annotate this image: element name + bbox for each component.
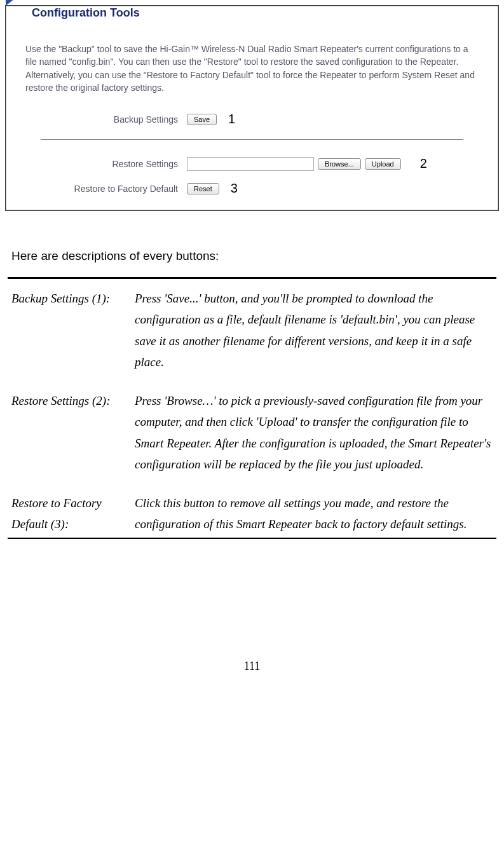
config-panel-outer: Configuration Tools Use the "Backup" too… [5, 5, 499, 211]
row-restore: Restore Settings Browse... Upload 2 [24, 151, 480, 176]
panel-description: Use the "Backup" tool to save the Hi-Gai… [6, 20, 498, 100]
annotation-2: 2 [420, 156, 427, 171]
config-panel-inner: Configuration Tools Use the "Backup" too… [6, 6, 498, 210]
save-button[interactable]: Save [187, 114, 217, 125]
desc-row-backup: Backup Settings (1): Press 'Save...' but… [8, 279, 496, 381]
desc-title-restore: Restore Settings (2): [8, 390, 135, 475]
browse-button[interactable]: Browse... [318, 158, 361, 170]
annotation-1: 1 [228, 112, 235, 126]
descriptions-heading: Here are descriptions of every buttons: [11, 249, 493, 263]
desc-title-factory: Restore to Factory Default (3): [8, 493, 135, 535]
file-path-input[interactable] [187, 157, 314, 171]
reset-button[interactable]: Reset [187, 183, 219, 194]
desc-body-factory: Click this button to remove all settings… [135, 493, 496, 535]
row-backup: Backup Settings Save 1 [24, 107, 480, 132]
label-factory: Restore to Factory Default [24, 184, 187, 194]
label-restore: Restore Settings [24, 159, 187, 169]
descriptions-block: Backup Settings (1): Press 'Save...' but… [8, 277, 496, 539]
page-number: 111 [5, 660, 499, 673]
label-backup: Backup Settings [24, 114, 187, 125]
panel-title: Configuration Tools [32, 6, 140, 20]
desc-row-factory: Restore to Factory Default (3): Click th… [8, 484, 496, 538]
desc-title-backup: Backup Settings (1): [8, 288, 135, 372]
annotation-3: 3 [231, 181, 238, 196]
upload-button[interactable]: Upload [365, 158, 401, 170]
desc-body-restore: Press 'Browse…' to pick a previously-sav… [135, 390, 496, 475]
corner-triangle-icon [6, 0, 17, 6]
desc-row-restore: Restore Settings (2): Press 'Browse…' to… [8, 381, 496, 484]
desc-body-backup: Press 'Save...' button, and you'll be pr… [135, 288, 496, 372]
row-factory: Restore to Factory Default Reset 3 [24, 176, 480, 201]
divider [41, 139, 463, 140]
